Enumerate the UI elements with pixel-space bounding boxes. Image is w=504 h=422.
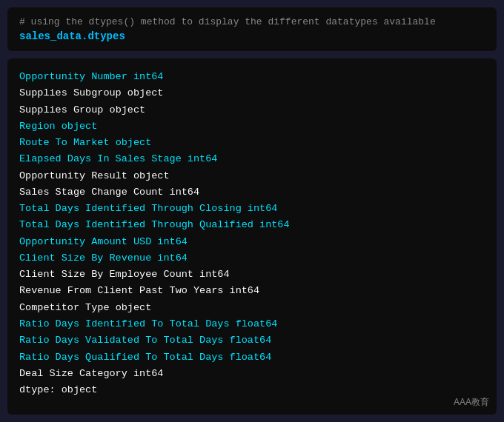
output-line: Opportunity Amount USD int64	[19, 234, 485, 250]
code-block: # using the dtypes() method to display t…	[7, 7, 497, 51]
output-line: Ratio Days Qualified To Total Days float…	[19, 349, 485, 366]
output-block: Opportunity Number int64Supplies Subgrou…	[7, 58, 497, 415]
comment-line: # using the dtypes() method to display t…	[19, 16, 485, 27]
output-line: Region object	[19, 118, 485, 135]
watermark: AAA教育	[454, 396, 489, 409]
output-line: Client Size By Revenue int64	[19, 250, 485, 267]
output-line: Revenue From Client Past Two Years int64	[19, 283, 485, 299]
output-line: Ratio Days Validated To Total Days float…	[19, 332, 485, 349]
output-line: Supplies Group object	[19, 102, 485, 118]
output-line: Total Days Identified Through Closing in…	[19, 201, 485, 217]
output-line: Client Size By Employee Count int64	[19, 267, 485, 283]
output-line: Competitor Type object	[19, 300, 485, 316]
output-lines: Opportunity Number int64Supplies Subgrou…	[19, 69, 485, 398]
output-line: Total Days Identified Through Qualified …	[19, 217, 485, 233]
output-line: Deal Size Category int64	[19, 366, 485, 382]
output-line: Supplies Subgroup object	[19, 85, 485, 101]
code-line: sales_data.dtypes	[19, 30, 485, 42]
output-line: Opportunity Result object	[19, 168, 485, 184]
output-line: Ratio Days Identified To Total Days floa…	[19, 316, 485, 332]
output-line: Opportunity Number int64	[19, 69, 485, 85]
output-line: Elapsed Days In Sales Stage int64	[19, 151, 485, 167]
output-line: Route To Market object	[19, 135, 485, 151]
output-line: Sales Stage Change Count int64	[19, 184, 485, 201]
output-line: dtype: object	[19, 382, 485, 398]
